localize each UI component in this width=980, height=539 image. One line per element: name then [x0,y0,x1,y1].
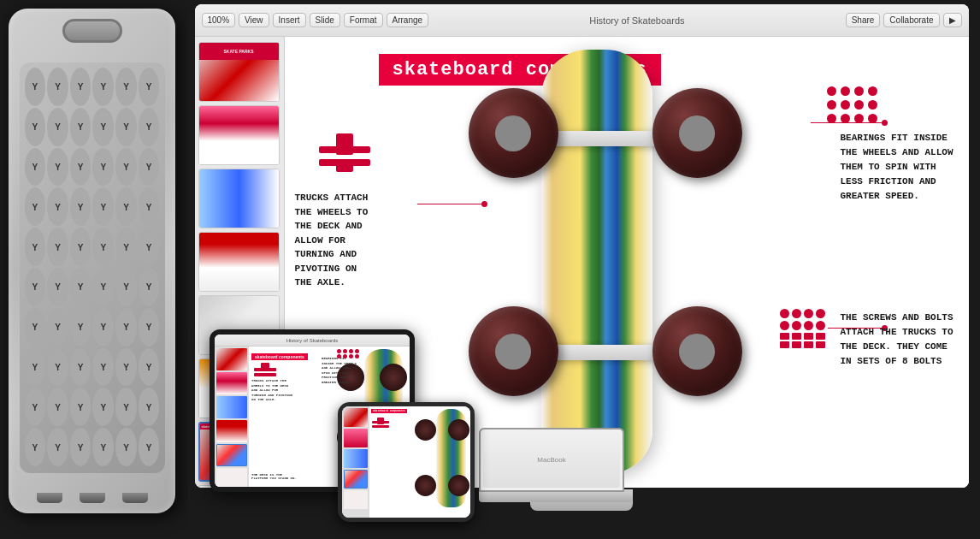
slide-thumb-2[interactable] [198,105,280,165]
grater-hole [92,148,114,187]
bearings-connector-dot [882,120,888,126]
iphone-truck-icon [371,417,390,430]
toolbar-play-btn[interactable]: ▶ [943,13,962,27]
iphone-thumb-3[interactable] [344,449,368,468]
iphone-thumb-4[interactable] [344,470,368,489]
grater-hole [92,268,114,306]
iphone-thumb-1[interactable] [344,408,368,427]
grater-hole [139,428,160,466]
ipad-deck-text: THE DECK IS THE PLATFORM YOU STAND ON. [251,473,298,480]
grater-hole [115,268,137,306]
grater-hole [70,388,92,426]
slide-thumb-3[interactable] [198,169,280,228]
grater-hole [70,187,92,226]
grater-hole [115,428,137,466]
mac-pro-feet [37,493,148,503]
grater-hole [115,348,137,387]
grater-hole [115,68,137,106]
iphone-main-slide: skateboard components [369,406,470,518]
trucks-connector-line [417,204,486,204]
grater-hole [139,187,160,226]
grater-hole [115,308,137,346]
iphone: skateboard components [338,402,475,522]
ipad-slide-title: skateboard components [251,353,308,360]
iphone-thumb-2[interactable] [344,429,368,447]
svg-rect-6 [254,373,276,376]
grater-hole [70,68,92,106]
ipad-title-text: History of Skateboards [218,338,406,343]
toolbar-share-btn[interactable]: Share [846,13,881,27]
keynote-toolbar: 100% View Insert Slide Format Arrange Hi… [195,4,969,37]
grater-hole [139,228,160,266]
svg-rect-1 [336,133,353,155]
toolbar-slide-btn[interactable]: Slide [310,13,340,27]
grater-hole [115,148,137,187]
toolbar-format-btn[interactable]: Format [344,13,383,27]
grater-hole [47,428,68,466]
ipad-thumb-6[interactable] [216,468,247,487]
grater-hole [70,228,92,266]
wheel-bottom-left [469,306,558,396]
grater-hole [139,348,160,387]
grater-hole [139,68,160,106]
app-title: History of Skateboards [432,15,842,26]
wheel-bottom-right [652,306,742,396]
toolbar-view-btn[interactable]: View [239,13,269,27]
macbook-base [479,492,633,502]
grater-hole [25,308,46,346]
ipad-bearings-text: BEARINGS FIT INSIDE THE WHEELS AND ALLOW… [322,357,360,386]
grater-hole [139,148,160,187]
ipad-thumb-3[interactable] [216,396,247,418]
toolbar-insert-btn[interactable]: Insert [273,13,306,27]
grater-hole [92,228,114,266]
slide-thumb-1[interactable]: SKATE PARKS [198,42,280,102]
ipad-thumb-1[interactable] [216,348,247,370]
svg-rect-8 [377,418,384,424]
toolbar-arrange-btn[interactable]: Arrange [387,13,429,27]
bearings-visual [827,86,879,125]
grater-hole [92,428,114,466]
grater-hole [139,308,160,346]
trucks-connector-dot [481,201,487,207]
cheese-grater-pattern [20,62,165,473]
grater-hole [70,428,92,466]
iphone-slide-title: skateboard components [371,409,407,413]
grater-hole [47,228,68,266]
toolbar-zoom-btn[interactable]: 100% [202,13,236,27]
grater-hole [25,68,46,106]
grater-hole [47,388,68,426]
iphone-content: skateboard components [342,406,470,518]
ipad-thumb-2[interactable] [216,372,247,394]
grater-hole [115,108,137,146]
grater-hole [25,268,46,306]
grater-hole [115,228,137,266]
screws-visual [780,309,825,348]
macbook-screen: MacBook [479,428,624,492]
slide-thumb-4[interactable] [198,232,280,292]
grater-hole [25,108,46,146]
iphone-wheel-br [448,475,469,496]
grater-hole [70,308,92,346]
iphone-slide-panel [342,406,369,518]
grater-hole [139,268,160,306]
grater-hole [25,228,46,266]
screws-description: THE SCREWS AND BOLTS ATTACH THE TRUCKS T… [841,311,956,369]
iphone-thumb-5[interactable] [344,490,368,509]
wheel-top-left [469,88,558,178]
grater-hole [92,108,114,146]
svg-rect-5 [261,363,269,371]
slide-thumb-content-2 [199,106,279,164]
slide-thumb-content-4 [199,233,279,291]
grater-hole [47,187,68,226]
grater-hole [92,187,114,226]
ipad-thumb-5[interactable] [216,444,247,466]
trucks-description: TRUCKS ATTACH THE WHEELS TO THE DECK AND… [295,191,406,290]
grater-hole [70,268,92,306]
grater-hole [25,388,46,426]
grater-hole [139,388,160,426]
grater-hole [25,187,46,226]
toolbar-collaborate-btn[interactable]: Collaborate [883,13,939,27]
ipad-thumb-4[interactable] [216,420,247,442]
grater-hole [47,308,68,346]
grater-hole [92,388,114,426]
